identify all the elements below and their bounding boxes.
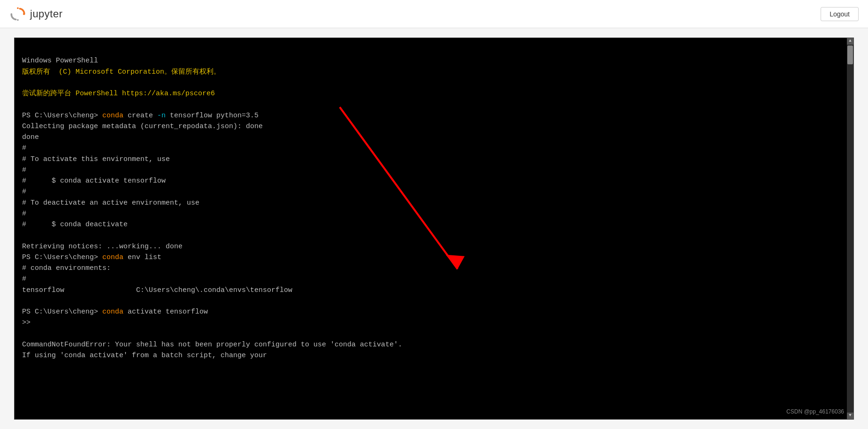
line-27: CommandNotFoundError: Your shell has not… [22, 341, 402, 349]
jupyter-logo-icon [9, 6, 26, 23]
line-6c: tensorflow python=3.5 [166, 112, 259, 120]
line-18: Retrieving notices: ...working... done [22, 243, 183, 251]
line-4: 尝试新的跨平台 PowerShell https://aka.ms/pscore… [22, 90, 215, 98]
terminal-window: Windows PowerShell 版权所有 (C) Microsoft Co… [14, 38, 854, 420]
line-22: tensorflow C:\Users\cheng\.conda\envs\te… [22, 286, 292, 294]
line-28: If using 'conda activate' from a batch s… [22, 352, 267, 360]
scrollbar-thumb[interactable] [847, 46, 853, 64]
main-content: Windows PowerShell 版权所有 (C) Microsoft Co… [14, 38, 854, 420]
line-14: # To deactivate an active environment, u… [22, 199, 199, 207]
terminal-output: Windows PowerShell 版权所有 (C) Microsoft Co… [22, 45, 846, 372]
line-19b: env list [123, 253, 161, 261]
scrollbar[interactable]: ▲ ▼ [847, 38, 853, 419]
line-12: # $ conda activate tensorflow [22, 177, 166, 185]
line-6: PS C:\Users\cheng> [22, 112, 102, 120]
line-15: # [22, 210, 26, 218]
app-title: jupyter [30, 8, 63, 20]
conda-keyword-3: conda [102, 308, 123, 316]
conda-keyword-2: conda [102, 253, 123, 261]
line-7: Collecting package metadata (current_rep… [22, 123, 263, 130]
line-13: # [22, 188, 26, 196]
line-1: Windows PowerShell [22, 57, 98, 65]
line-20: # conda environments: [22, 264, 111, 272]
scroll-up-button[interactable]: ▲ [847, 38, 853, 45]
header: jupyter Logout [0, 0, 868, 28]
watermark: CSDN @pp_46176036 [786, 407, 844, 416]
line-11: # [22, 166, 26, 174]
line-24: PS C:\Users\cheng> [22, 308, 102, 316]
line-8: done [22, 133, 39, 141]
line-16: # $ conda deactivate [22, 221, 128, 229]
line-10: # To activate this environment, use [22, 155, 170, 163]
svg-point-2 [23, 13, 25, 15]
flag-n: -n [157, 112, 166, 120]
logo-container: jupyter [9, 6, 63, 23]
logout-button[interactable]: Logout [821, 7, 859, 21]
line-24b: activate tensorflow [123, 308, 208, 316]
line-6b: create [123, 112, 157, 120]
scroll-down-button[interactable]: ▼ [847, 413, 853, 419]
line-25: >> [22, 319, 30, 327]
line-19: PS C:\Users\cheng> [22, 253, 102, 261]
svg-point-1 [17, 19, 19, 21]
svg-point-0 [17, 7, 19, 9]
line-21: # [22, 275, 26, 283]
line-2: 版权所有 (C) Microsoft Corporation。保留所有权利。 [22, 68, 221, 76]
conda-keyword-1: conda [102, 112, 123, 120]
line-9: # [22, 144, 26, 152]
